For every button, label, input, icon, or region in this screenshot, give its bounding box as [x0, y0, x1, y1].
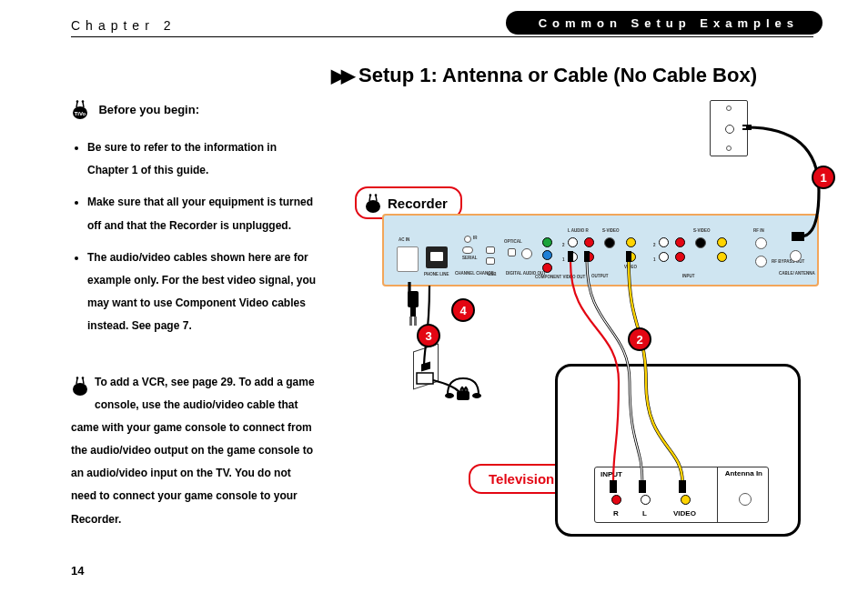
- svg-point-14: [445, 393, 454, 398]
- port-label: 1: [653, 257, 656, 262]
- rf-in-port-icon: [755, 237, 767, 249]
- video-out-port-icon: [626, 252, 636, 262]
- port-label: INPUT: [682, 274, 695, 278]
- tv-antenna-port-icon: [739, 493, 752, 506]
- svg-point-1: [76, 100, 79, 103]
- svg-point-6: [82, 377, 85, 379]
- audio-l-port-icon: [568, 237, 578, 247]
- step-badge-1: 1: [812, 166, 835, 189]
- step-badge-4: 4: [451, 298, 475, 322]
- video-in-port-icon: [717, 237, 727, 247]
- svg-point-8: [369, 194, 372, 196]
- svg-text:TiVo: TiVo: [75, 111, 86, 116]
- badge-text: 4: [459, 304, 466, 317]
- coax-digital-audio-icon: [521, 248, 532, 259]
- svg-point-5: [76, 377, 79, 379]
- port-label: RF IN: [753, 228, 764, 233]
- optical-port-icon: [508, 248, 516, 256]
- port-label: S-VIDEO: [602, 228, 620, 233]
- list-item: Be sure to refer to the information in C…: [87, 136, 317, 182]
- cable-antenna-port-icon: [790, 250, 802, 262]
- recorder-device-icon: AC IN PHONE LINE IR SERIAL CHANNEL CHANG…: [382, 214, 819, 286]
- port-label: OUTPUT: [591, 274, 609, 278]
- port-label: CABLE/ ANTENNA: [779, 272, 815, 276]
- audio-r-in-port-icon: [675, 252, 685, 262]
- port-label: PHONE LINE: [424, 272, 449, 276]
- port-label: 2: [562, 243, 565, 247]
- svg-rect-16: [457, 391, 469, 400]
- page: Chapter 2 Common Setup Examples TiVo Bef…: [0, 0, 868, 603]
- component-pr-port-icon: [542, 263, 552, 273]
- svg-rect-13: [414, 317, 417, 326]
- tv-input-panel-icon: INPUT Antenna In R L VIDEO: [594, 467, 769, 523]
- badge-text: 3: [425, 329, 431, 343]
- double-play-icon: ▶▶: [331, 65, 351, 86]
- port-label: USB: [488, 272, 497, 276]
- video-out-port-icon: [626, 237, 636, 247]
- port-label: AC IN: [399, 237, 409, 242]
- svg-point-4: [73, 383, 87, 396]
- audio-r-port-icon: [584, 252, 594, 262]
- port-label: 1: [562, 257, 565, 262]
- before-begin-list: Be sure to refer to the information in C…: [71, 136, 317, 338]
- video-in-port-icon: [717, 252, 727, 262]
- vcr-note: To add a VCR, see page 29. To add a game…: [71, 371, 317, 531]
- step-badge-3: 3: [417, 324, 440, 347]
- page-number: 14: [71, 564, 84, 578]
- usb-port-icon: [486, 257, 495, 265]
- header-rule: [71, 36, 813, 37]
- port-label: S-VIDEO: [693, 228, 711, 233]
- section-header: Common Setup Examples: [506, 11, 823, 35]
- svg-point-15: [472, 393, 481, 398]
- tivo-logo-icon: [364, 192, 382, 214]
- television-device-icon: INPUT Antenna In R L VIDEO: [555, 364, 801, 537]
- wall-antenna-plate-icon: [710, 100, 748, 156]
- audio-l-in-port-icon: [659, 237, 669, 247]
- panel-label: R: [613, 509, 619, 518]
- tv-video-port-icon: [681, 495, 691, 505]
- tivo-logo-icon: TiVo: [71, 98, 89, 120]
- section-title: Common Setup Examples: [539, 16, 799, 30]
- television-label-text: Television: [489, 471, 554, 487]
- svg-point-7: [366, 200, 380, 213]
- before-you-begin-title: Before you begin:: [98, 103, 199, 116]
- tv-audio-r-port-icon: [611, 495, 621, 505]
- svg-point-9: [375, 194, 378, 196]
- port-label: OPTICAL: [504, 239, 522, 244]
- audio-r-port-icon: [584, 237, 594, 247]
- heading-text: Setup 1: Antenna or Cable (No Cable Box): [358, 64, 757, 87]
- note-text: To add a VCR, see page 29. To add a game…: [71, 376, 315, 526]
- panel-label: L: [642, 509, 647, 518]
- badge-text: 1: [820, 171, 826, 185]
- rf-bypass-port-icon: [755, 256, 767, 267]
- tv-audio-l-port-icon: [641, 495, 651, 505]
- main-heading: ▶▶ Setup 1: Antenna or Cable (No Cable B…: [331, 64, 757, 87]
- component-pb-port-icon: [542, 250, 552, 260]
- phone-wall-jack-icon: [413, 343, 439, 389]
- list-item: Make sure that all your equipment is tur…: [87, 191, 317, 236]
- ac-in-port-icon: [397, 246, 419, 272]
- svg-rect-12: [409, 317, 412, 326]
- port-label: 2: [653, 243, 656, 247]
- tivo-logo-icon: [71, 375, 89, 397]
- panel-label: Antenna In: [725, 470, 762, 477]
- power-plug-icon: [404, 291, 422, 327]
- port-label: IR: [473, 236, 478, 240]
- audio-l-in-port-icon: [659, 252, 669, 262]
- port-label: SERIAL: [462, 256, 478, 260]
- setup-diagram: Recorder AC IN PHONE LINE IR SERIAL CHAN…: [346, 100, 837, 546]
- sidebar: TiVo Before you begin: Be sure to refer …: [71, 98, 317, 531]
- port-label: COMPONENT VIDEO OUT: [535, 276, 585, 280]
- panel-label: VIDEO: [673, 509, 696, 518]
- telephone-handset-icon: [444, 373, 482, 402]
- serial-port-icon: [462, 246, 473, 254]
- panel-label: INPUT: [601, 470, 622, 478]
- recorder-label-text: Recorder: [388, 196, 448, 211]
- svg-point-2: [82, 100, 85, 103]
- svg-rect-11: [410, 307, 416, 317]
- svideo-in-port-icon: [695, 237, 706, 248]
- badge-text: 2: [636, 333, 642, 347]
- port-label: L AUDIO R: [568, 228, 589, 233]
- usb-port-icon: [486, 246, 495, 254]
- step-badge-2: 2: [628, 327, 651, 351]
